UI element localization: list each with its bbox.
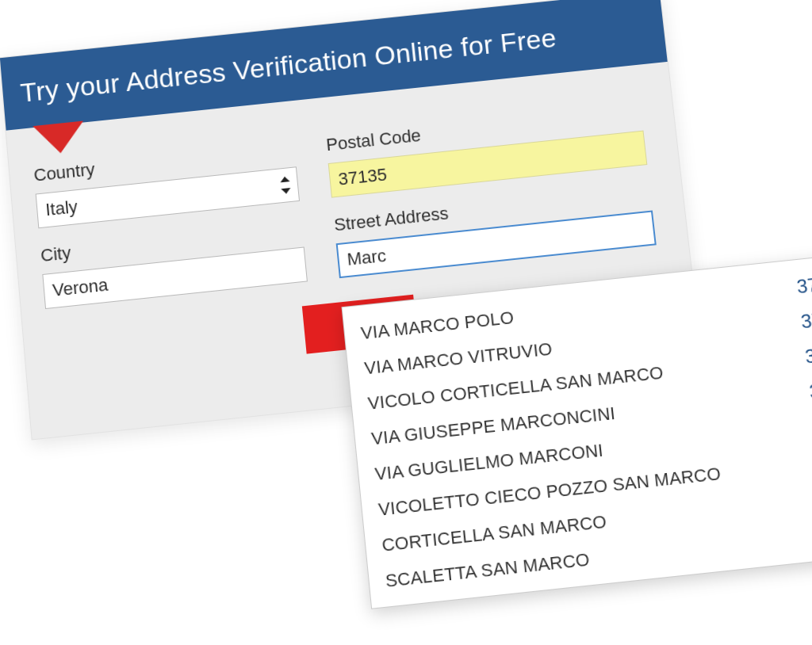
street-field: Street Address (333, 182, 657, 278)
autocomplete-code: 37122 (788, 410, 812, 441)
city-field: City (40, 219, 308, 309)
autocomplete-code: 37121 (780, 340, 812, 370)
autocomplete-code: 37121 (801, 517, 812, 548)
autocomplete-code: 37138 (772, 270, 812, 300)
autocomplete-code: 37138 (776, 305, 812, 335)
autocomplete-code: 37121 (792, 446, 812, 477)
autocomplete-code: 37133 (784, 376, 812, 406)
autocomplete-code: 37121 (797, 481, 812, 512)
street-autocomplete-dropdown[interactable]: VIA MARCO POLO37138VIA MARCO VITRUVIO371… (342, 253, 812, 609)
chevron-down-icon (33, 121, 86, 156)
